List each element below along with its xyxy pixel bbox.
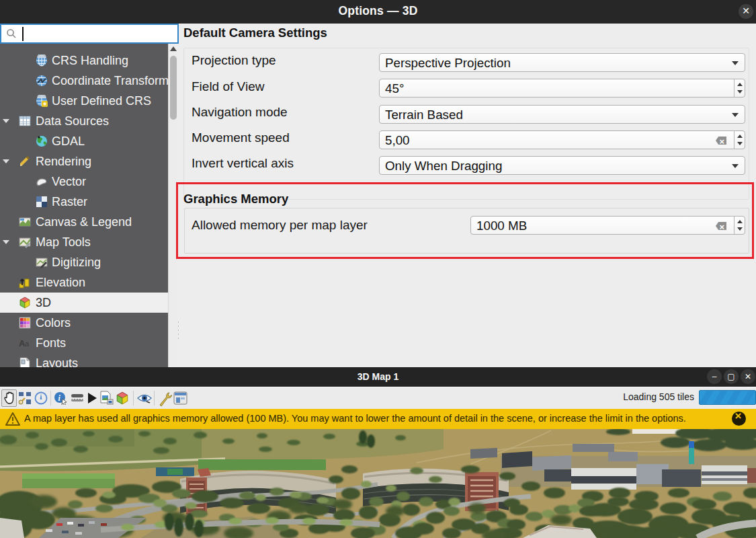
svg-text:a: a — [25, 340, 30, 348]
